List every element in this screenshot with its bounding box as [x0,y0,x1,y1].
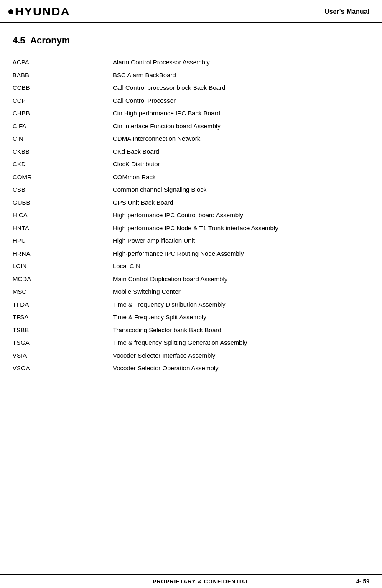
table-row: CINCDMA Interconnection Network [13,132,369,145]
table-row: ACPAAlarm Control Processor Assembly [13,56,369,69]
acronym-definition: High-performance IPC Routing Node Assemb… [79,247,369,260]
logo-dot [8,9,13,14]
table-row: TFSATime & Frequency Split Assembly [13,311,369,324]
table-row: TFDATime & Frequency Distribution Assemb… [13,298,369,311]
acronym-definition: Time & Frequency Split Assembly [79,311,369,324]
table-row: HICAHigh performance IPC Control board A… [13,209,369,222]
acronym-definition: CKd Back Board [79,145,369,158]
section-number: 4.5 [13,35,25,46]
acronym-abbr: VSOA [13,362,79,375]
table-row: COMRCOMmon Rack [13,171,369,184]
acronym-definition: Cin Interface Function board Assembly [79,120,369,133]
main-content: 4.5 Acronym ACPAAlarm Control Processor … [0,23,382,406]
acronym-definition: Time & Frequency Distribution Assembly [79,298,369,311]
acronym-definition: ClocK Distributor [79,158,369,171]
spacer-row [13,375,369,381]
table-row: BABBBSC Alarm BackBoard [13,69,369,82]
table-row: HRNAHigh-performance IPC Routing Node As… [13,247,369,260]
acronym-abbr: TSGA [13,336,79,349]
acronym-abbr: HPU [13,234,79,247]
acronym-table: ACPAAlarm Control Processor AssemblyBABB… [13,56,369,381]
acronym-definition: Common channel Signaling Block [79,183,369,196]
acronym-definition: Vocoder Selector Interface Assembly [79,349,369,362]
acronym-abbr: CCP [13,94,79,107]
table-row: TSBBTranscoding Selector bank Back Board [13,324,369,337]
table-row: VSOAVocoder Selector Operation Assembly [13,362,369,375]
acronym-abbr: TFSA [13,311,79,324]
table-row: CCPCall Control Processor [13,94,369,107]
acronym-abbr: GUBB [13,196,79,209]
acronym-definition: Vocoder Selector Operation Assembly [79,362,369,375]
acronym-definition: Time & frequency Splitting Generation As… [79,336,369,349]
table-row: CKBBCKd Back Board [13,145,369,158]
table-row: CIFACin Interface Function board Assembl… [13,120,369,133]
acronym-abbr: BABB [13,69,79,82]
table-row: MCDAMain Control Duplication board Assem… [13,273,369,286]
acronym-abbr: CIN [13,132,79,145]
acronym-abbr: LCIN [13,260,79,273]
acronym-abbr: MCDA [13,273,79,286]
acronym-definition: Local CIN [79,260,369,273]
table-row: LCINLocal CIN [13,260,369,273]
acronym-definition: Transcoding Selector bank Back Board [79,324,369,337]
acronym-abbr: VSIA [13,349,79,362]
table-row: CKDClocK Distributor [13,158,369,171]
table-row: HNTAHigh performance IPC Node & T1 Trunk… [13,222,369,235]
page-header: HYUNDA User's Manual [0,0,382,23]
acronym-abbr: HNTA [13,222,79,235]
table-row: GUBBGPS Unit Back Board [13,196,369,209]
acronym-definition: GPS Unit Back Board [79,196,369,209]
acronym-abbr: CCBB [13,81,79,94]
acronym-definition: COMmon Rack [79,171,369,184]
acronym-definition: High performance IPC Control board Assem… [79,209,369,222]
table-row: CHBBCin High performance IPC Back Board [13,107,369,120]
acronym-abbr: TSBB [13,324,79,337]
acronym-definition: Call Control Processor [79,94,369,107]
acronym-definition: BSC Alarm BackBoard [79,69,369,82]
acronym-definition: Main Control Duplication board Assembly [79,273,369,286]
acronym-definition: Alarm Control Processor Assembly [79,56,369,69]
page-number: 4- 59 [356,578,369,585]
page-footer: PROPRIETARY & CONFIDENTIAL 4- 59 [0,574,382,588]
acronym-definition: High Power amplification Unit [79,234,369,247]
acronym-abbr: CHBB [13,107,79,120]
acronym-abbr: ACPA [13,56,79,69]
acronym-definition: Mobile Switching Center [79,285,369,298]
table-row: TSGATime & frequency Splitting Generatio… [13,336,369,349]
section-title: 4.5 Acronym [13,35,369,46]
table-row: MSCMobile Switching Center [13,285,369,298]
acronym-abbr: MSC [13,285,79,298]
footer-proprietary: PROPRIETARY & CONFIDENTIAL [153,578,250,585]
logo: HYUNDA [8,5,70,18]
logo-text: HYUNDA [15,5,70,18]
table-row: CCBBCall Control processor block Back Bo… [13,81,369,94]
acronym-abbr: CSB [13,183,79,196]
acronym-abbr: HICA [13,209,79,222]
acronym-definition: Call Control processor block Back Board [79,81,369,94]
acronym-definition: High performance IPC Node & T1 Trunk int… [79,222,369,235]
acronym-abbr: COMR [13,171,79,184]
acronym-abbr: HRNA [13,247,79,260]
table-row: HPUHigh Power amplification Unit [13,234,369,247]
manual-title: User's Manual [324,8,369,15]
acronym-definition: Cin High performance IPC Back Board [79,107,369,120]
table-row: VSIAVocoder Selector Interface Assembly [13,349,369,362]
table-row: CSBCommon channel Signaling Block [13,183,369,196]
acronym-abbr: CIFA [13,120,79,133]
acronym-definition: CDMA Interconnection Network [79,132,369,145]
acronym-abbr: CKBB [13,145,79,158]
acronym-abbr: TFDA [13,298,79,311]
section-heading: Acronym [30,35,70,46]
acronym-abbr: CKD [13,158,79,171]
